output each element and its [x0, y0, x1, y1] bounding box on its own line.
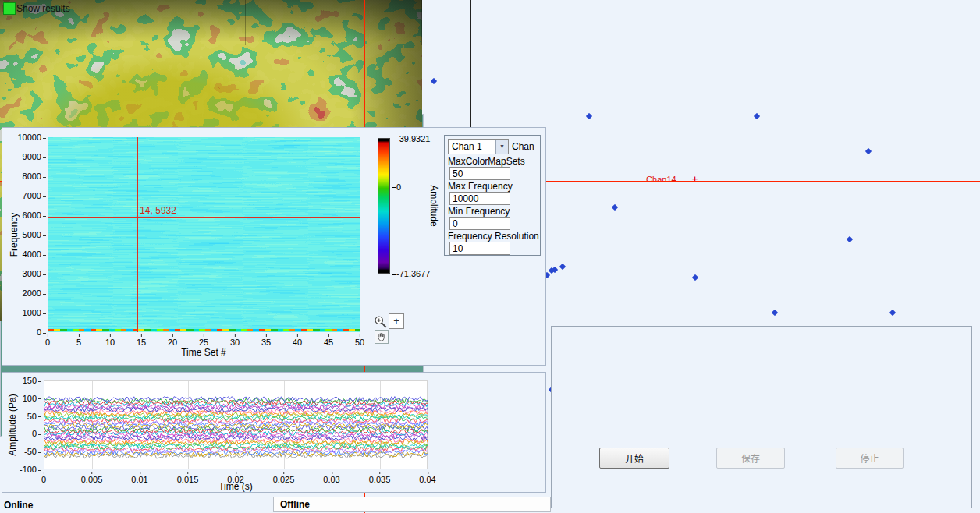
colorbar-mid-label: 0 [392, 182, 401, 192]
max-frequency-label: Max Frequency [448, 181, 537, 191]
waveform-y-axis-label: Amplitude (Pa) [7, 394, 18, 455]
spectrogram-panel: 1000090008000700060005000400030002000100… [2, 127, 546, 366]
cursor-tool-button[interactable]: + [389, 313, 404, 329]
online-status-label: Online [4, 500, 33, 511]
channel-value: Chan 1 [449, 141, 495, 152]
spectrogram-cursor-vline[interactable] [137, 137, 138, 332]
spectrogram-plot[interactable] [48, 137, 360, 332]
max-frequency-field[interactable] [449, 192, 510, 205]
chevron-down-icon[interactable]: ▼ [495, 140, 508, 154]
array-cursor-label: Chan14 [646, 175, 676, 184]
spectrogram-image [48, 137, 360, 332]
frequency-resolution-label: Frequency Resolution [448, 231, 537, 241]
save-button[interactable]: 保存 [716, 448, 785, 469]
array-cursor-cross-icon[interactable]: + [692, 172, 698, 184]
acoustic-camera-app: 新建 Record duration(s) Camera ID BSWA 36A… [0, 0, 980, 513]
hand-icon [377, 332, 386, 341]
waveform-x-axis-label: Time (s) [218, 481, 253, 492]
offline-status-box: Offline [273, 497, 551, 512]
spectrogram-x-axis-label: Time Set # [181, 347, 226, 358]
amplitude-colorbar [378, 138, 390, 274]
colorbar-max-label: -39.9321 [392, 134, 430, 143]
start-button[interactable]: 开始 [599, 448, 669, 469]
waveform-plot[interactable] [44, 380, 428, 469]
spectrogram-y-ticks: 1000090008000700060005000400030002000100… [16, 137, 46, 332]
waveform-traces [44, 381, 428, 470]
maxcolormapsets-field[interactable] [449, 167, 510, 180]
stop-button[interactable]: 停止 [836, 448, 904, 469]
spectrogram-y-axis-label: Frequency [9, 213, 20, 257]
zoom-tool-icon[interactable] [374, 315, 388, 329]
channel-controls-cluster: Chan 1 ▼ Chan MaxColorMapSets Max Freque… [444, 135, 541, 256]
pan-hand-tool[interactable] [375, 330, 389, 344]
run-control-panel: 开始 保存 停止 [551, 326, 972, 508]
offline-status-label: Offline [280, 497, 310, 511]
channel-dropdown[interactable]: Chan 1 ▼ [448, 139, 509, 154]
min-frequency-label: Min Frequency [448, 206, 537, 216]
min-frequency-field[interactable] [449, 217, 510, 230]
waveform-panel: 150100500-50-100 00.0050.010.0150.020.02… [2, 372, 546, 493]
channel-label: Chan [512, 141, 534, 152]
frequency-resolution-field[interactable] [449, 242, 510, 255]
spectrogram-x-ticks: 05101520253035404550 [48, 335, 360, 346]
spectrogram-cursor-hline[interactable] [48, 217, 360, 218]
spectrogram-cursor-value: 14, 5932 [140, 205, 176, 216]
colorbar-min-label: -71.3677 [392, 269, 430, 278]
spectrogram-bottom-band [48, 329, 360, 331]
colorbar-axis-label: Amplitude [428, 185, 439, 226]
maxcolormapsets-label: MaxColorMapSets [448, 156, 537, 166]
